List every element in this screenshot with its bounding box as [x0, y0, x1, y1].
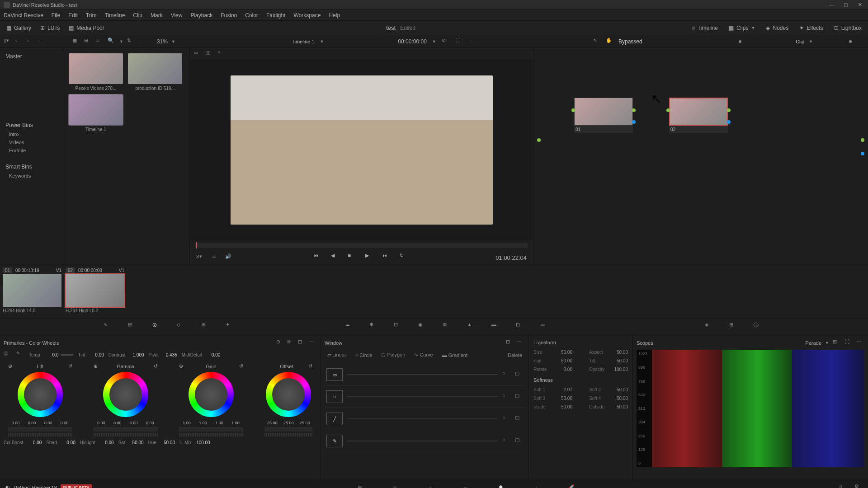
gain-ymr-bar[interactable] — [179, 427, 243, 432]
play-icon[interactable]: ▶ — [365, 253, 375, 263]
picker-icon[interactable]: ⊕ — [8, 363, 12, 369]
shad-value[interactable]: 0.00 — [59, 440, 75, 445]
menu-file[interactable]: File — [52, 12, 60, 19]
mediapool-toggle[interactable]: ▤ Media Pool — [66, 23, 106, 33]
nav-fwd-icon[interactable]: › — [27, 38, 35, 46]
stereo-icon[interactable]: ⊡ — [516, 322, 527, 333]
inside-value[interactable]: 50.00 — [554, 404, 572, 409]
menu-color[interactable]: Color — [245, 12, 258, 19]
shape-polygon[interactable]: ⬠ Polygon — [378, 351, 408, 359]
shape-row-circle[interactable]: ○ ○ ▢ — [325, 386, 525, 408]
menu-edit[interactable]: Edit — [68, 12, 78, 19]
menu-davinci[interactable]: DaVinci Resolve — [4, 12, 43, 19]
more-icon[interactable]: ⋯ — [517, 339, 525, 347]
matte-icon[interactable]: ▲ — [467, 322, 478, 333]
reset-icon[interactable]: ↺ — [308, 363, 312, 369]
nav-back-icon[interactable]: ‹ — [15, 38, 24, 46]
viewer-canvas[interactable] — [190, 60, 533, 240]
soft3-value[interactable]: 50.00 — [554, 396, 572, 401]
temp-value[interactable]: 0.0 — [42, 352, 58, 357]
alpha-output-dot[interactable] — [861, 152, 864, 155]
picker-icon[interactable]: ⊕ — [179, 363, 183, 369]
clip-thumb-02[interactable]: 02 00:00:00:00 V1 H.264 High L5.2 — [66, 268, 124, 313]
invert-icon[interactable]: ○ — [502, 371, 510, 379]
lift-ymr-bar[interactable] — [8, 427, 72, 432]
more-icon[interactable]: ⋯ — [309, 339, 317, 347]
chevron-down-icon[interactable]: ▼ — [320, 39, 324, 44]
gamma-wheel[interactable] — [103, 372, 148, 417]
menu-mark[interactable]: Mark — [151, 12, 163, 19]
page-deliver[interactable]: 🚀 — [565, 483, 578, 488]
delete-shape-button[interactable]: Delete — [505, 351, 525, 359]
gain-jog[interactable] — [179, 433, 243, 436]
aspect-value[interactable]: 50.00 — [610, 350, 628, 355]
alpha-icon[interactable]: ▬ — [491, 322, 502, 333]
key-icon[interactable]: ✱ — [369, 322, 380, 333]
menu-clip[interactable]: Clip — [133, 12, 142, 19]
menu-fusion[interactable]: Fusion — [221, 12, 237, 19]
page-fusion[interactable]: ∞ — [459, 483, 472, 488]
sidebar-item-intro[interactable]: intro — [2, 130, 61, 138]
smart-bins-header[interactable]: Smart Bins — [2, 162, 61, 172]
expand-icon[interactable]: ⛶ — [455, 38, 463, 46]
sat-value[interactable]: 50.00 — [127, 440, 144, 445]
reset-icon[interactable]: ↺ — [68, 363, 72, 369]
opacity-value[interactable]: 100.00 — [610, 367, 628, 372]
source-input-dot[interactable] — [537, 138, 541, 142]
picker-icon[interactable]: ⊕ — [94, 363, 98, 369]
loop-toggle-icon[interactable]: ↻ — [400, 253, 410, 263]
master-bin[interactable]: Master — [2, 52, 61, 61]
qualifier-icon[interactable]: ◎ — [152, 322, 163, 333]
sidebar-item-fortnite[interactable]: Fortnite — [2, 146, 61, 155]
clips-toggle[interactable]: ▦ Clips ▼ — [726, 23, 758, 33]
reset-icon[interactable]: ↺ — [154, 363, 158, 369]
shape-circle[interactable]: ○ Circle — [353, 351, 375, 359]
node-alpha-dot[interactable] — [727, 120, 731, 124]
offset-jog[interactable] — [264, 433, 312, 436]
sizing-icon[interactable]: ⊡ — [394, 322, 405, 333]
more-icon[interactable]: ⋯ — [856, 38, 864, 46]
chevron-down-icon[interactable]: ▼ — [825, 341, 829, 345]
more-icon[interactable]: ⋯ — [856, 339, 864, 347]
node-input-dot[interactable] — [666, 108, 670, 112]
3d-icon[interactable]: ◉ — [418, 322, 429, 333]
close-button[interactable]: ✕ — [858, 2, 864, 8]
home-icon[interactable]: ⌂ — [839, 483, 847, 488]
scopes-layout-icon[interactable]: ⊞ — [833, 339, 841, 347]
shape-row-rect[interactable]: ▭ ○ ▢ — [325, 364, 525, 386]
output-dot[interactable] — [861, 138, 864, 142]
tracking-icon[interactable]: ⊕ — [201, 322, 212, 333]
shape-curve[interactable]: ∿ Curve — [411, 351, 435, 359]
menu-trim[interactable]: Trim — [86, 12, 97, 19]
view-list-icon[interactable]: ≣ — [96, 38, 104, 46]
viewer-highlight-icon[interactable]: ✧ — [217, 50, 225, 58]
match-frame-icon[interactable]: ▱ — [212, 253, 221, 262]
viewer-scrubber[interactable] — [195, 243, 528, 248]
bin-menu-icon[interactable]: ▯▾ — [4, 38, 12, 46]
chevron-down-icon[interactable]: ▼ — [432, 39, 436, 44]
viewer-mode-icon[interactable]: ▭ — [193, 50, 202, 58]
view-thumb-icon[interactable]: ▦ — [72, 38, 80, 46]
menu-fairlight[interactable]: Fairlight — [266, 12, 286, 19]
picker-icon[interactable]: ✎ — [16, 351, 24, 359]
loop-icon[interactable]: ⊙▾ — [195, 253, 203, 262]
page-fairlight[interactable]: ♪ — [530, 483, 542, 488]
hilight-value[interactable]: 0.00 — [98, 440, 114, 445]
pivot-value[interactable]: 0.435 — [161, 352, 177, 357]
size-value[interactable]: 50.00 — [554, 350, 572, 355]
project-settings-icon[interactable]: ⚙ — [854, 483, 863, 488]
lift-values[interactable]: 0.000.000.000.00 — [8, 421, 72, 425]
timeline-toggle[interactable]: ≡ Timeline — [689, 23, 721, 33]
viewer-split-icon[interactable]: ▯▯ — [205, 50, 213, 58]
log-mode-icon[interactable]: ⊡ — [298, 339, 306, 347]
preset-icon[interactable]: ⊡ — [506, 339, 514, 347]
soft2-value[interactable]: 50.00 — [610, 387, 628, 392]
lmix-value[interactable]: 100.00 — [194, 440, 210, 445]
soft1-value[interactable]: 2.07 — [554, 387, 572, 392]
menu-workspace[interactable]: Workspace — [294, 12, 321, 19]
node-01[interactable]: 01 — [574, 98, 633, 133]
gain-wheel[interactable] — [189, 372, 234, 417]
mask-icon[interactable]: ▢ — [515, 393, 523, 401]
chevron-down-icon[interactable]: ▼ — [119, 39, 123, 44]
gamma-jog[interactable] — [94, 433, 158, 436]
